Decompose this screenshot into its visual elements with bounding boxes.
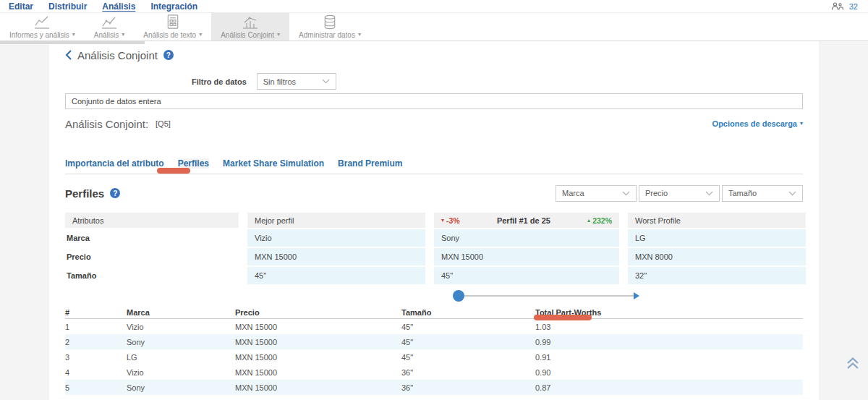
dataset-scope-bar[interactable]: Conjunto de datos entera xyxy=(65,93,803,109)
attribute-label: Marca xyxy=(65,229,239,247)
analysis-chart-icon xyxy=(100,14,119,30)
chevron-down-icon xyxy=(705,191,713,196)
help-icon[interactable]: ? xyxy=(110,188,120,198)
table-row[interactable]: 5SonyMXN 1500036"0.87 xyxy=(65,380,803,395)
toolbar-item-analisis-conjoint[interactable]: Análisis Conjoint ▾ xyxy=(211,13,289,41)
profiles-header-row: Perfiles ? Marca Precio Tamaño xyxy=(65,184,803,202)
tab-market-share-simulation[interactable]: Market Share Simulation xyxy=(223,158,324,169)
menu-item-analisis[interactable]: Análisis xyxy=(102,1,135,12)
toolbar-scrollbar-thumb[interactable] xyxy=(0,41,145,44)
worst-profile-column-header: Worst Profile xyxy=(628,213,806,228)
tab-importancia-del-atributo[interactable]: Importancia del atributo xyxy=(65,158,164,169)
current-profile-title: Perfil #1 de 25 xyxy=(497,216,550,225)
chevron-down-icon xyxy=(622,191,630,196)
attribute-filter-group: Marca Precio Tamaño xyxy=(556,185,803,202)
toolbar-item-label: Informes y análisis xyxy=(9,31,69,39)
dataset-scope-label: Conjunto de datos entera xyxy=(72,97,161,106)
triangle-up-icon: ▴ xyxy=(587,218,590,224)
table-row[interactable]: 6LGMXN 1500036"0.79 xyxy=(65,395,803,400)
best-profile-cell: MXN 15000 xyxy=(247,248,425,265)
caret-down-icon: ▾ xyxy=(277,32,280,38)
menu-item-distribuir[interactable]: Distribuir xyxy=(48,1,87,12)
menu-item-editar[interactable]: Editar xyxy=(9,1,33,12)
back-chevron-icon[interactable] xyxy=(65,50,72,60)
team-members-icon[interactable] xyxy=(831,2,844,10)
data-filter-select[interactable]: Sin filtros xyxy=(257,73,336,90)
caret-down-icon: ▾ xyxy=(72,32,75,38)
top-menu-bar: Editar Distribuir Análisis Integración 3… xyxy=(0,0,868,13)
annotation-perfiles-underline xyxy=(157,168,190,174)
conjoint-section-row: Análisis Conjoint: [Q5] Opciones de desc… xyxy=(65,115,803,132)
part-worths-table: # Marca Precio Tamaño Total Part-Worths … xyxy=(65,306,803,400)
tab-brand-premium[interactable]: Brand Premium xyxy=(338,158,402,169)
conjoint-section-title: Análisis Conjoint: xyxy=(65,118,148,130)
annotation-total-part-worths-underline xyxy=(534,315,592,320)
table-header-row: # Marca Precio Tamaño Total Part-Worths xyxy=(65,306,803,319)
text-analysis-icon xyxy=(165,14,181,30)
current-profile-column-header: ▾ -3% Perfil #1 de 25 ▴ 232% xyxy=(434,213,619,228)
best-profile-cell: 45" xyxy=(247,267,425,284)
table-row[interactable]: 4VizioMXN 1500036"0.90 xyxy=(65,365,803,380)
slider-handle[interactable] xyxy=(453,290,464,302)
toolbar-item-informes-y-analisis[interactable]: Informes y análisis ▾ xyxy=(0,13,85,41)
best-profile-column-header: Mejor perfil xyxy=(247,213,425,228)
caret-down-icon: ▾ xyxy=(199,32,202,38)
caret-down-icon: ▾ xyxy=(358,32,361,38)
tamano-filter-select[interactable]: Tamaño xyxy=(722,185,803,202)
col-header-marca: Marca xyxy=(127,308,235,317)
table-row[interactable]: 2SonyMXN 1500045"0.99 xyxy=(65,334,803,349)
caret-down-icon: ▾ xyxy=(800,121,803,127)
toolbar-item-administrar-datos[interactable]: Administrar datos ▾ xyxy=(289,13,370,41)
col-header-precio: Precio xyxy=(235,308,401,317)
toolbar-item-analisis-de-texto[interactable]: Análisis de texto ▾ xyxy=(134,13,211,41)
tab-perfiles[interactable]: Perfiles xyxy=(178,158,209,169)
reports-chart-icon xyxy=(33,14,51,30)
attribute-label: Precio xyxy=(65,248,239,265)
member-count[interactable]: 32 xyxy=(849,2,858,11)
slider-track[interactable] xyxy=(461,295,634,297)
worst-profile-cell: LG xyxy=(628,229,806,247)
toolbar-item-label: Administrar datos xyxy=(299,31,355,39)
question-code: [Q5] xyxy=(156,119,171,128)
toolbar-item-label: Análisis Conjoint xyxy=(221,31,274,39)
col-header-tamano: Tamaño xyxy=(401,308,535,317)
profile-slider xyxy=(65,290,803,302)
marca-filter-select[interactable]: Marca xyxy=(556,185,637,202)
current-profile-cell: 45" xyxy=(434,267,619,284)
current-profile-cell: Sony xyxy=(434,229,619,247)
attribute-label: Tamaño xyxy=(65,267,239,284)
chevron-down-icon xyxy=(788,191,796,196)
toolbar-item-label: Análisis xyxy=(94,31,119,39)
slider-next-arrow-icon[interactable] xyxy=(634,292,639,299)
page-header: Análisis Conjoint ? xyxy=(65,48,803,62)
attributes-column-header: Atributos xyxy=(65,213,239,228)
table-row[interactable]: 1VizioMXN 1500045"1.03 xyxy=(65,319,803,334)
toolbar-item-label: Análisis de texto xyxy=(143,31,196,39)
triangle-down-icon: ▾ xyxy=(441,218,444,224)
content-card: Análisis Conjoint ? Filtro de datos Sin … xyxy=(49,41,819,400)
help-icon[interactable]: ? xyxy=(163,50,174,60)
best-profile-cell: Vizio xyxy=(247,229,425,247)
precio-filter-select[interactable]: Precio xyxy=(639,185,720,202)
toolbar-item-analisis[interactable]: Análisis ▾ xyxy=(85,13,134,41)
menu-item-integracion[interactable]: Integración xyxy=(150,1,197,12)
data-filter-value: Sin filtros xyxy=(263,77,296,86)
page-title: Análisis Conjoint xyxy=(77,49,158,61)
top-menu-right: 32 xyxy=(831,2,858,11)
scroll-to-top-icon[interactable] xyxy=(846,357,859,370)
profiles-title: Perfiles xyxy=(65,187,104,200)
current-profile-cell: MXN 15000 xyxy=(434,248,619,265)
worst-profile-cell: MXN 8000 xyxy=(628,248,806,265)
profile-compare-table: Atributos Mejor perfil ▾ -3% Perfil #1 d… xyxy=(65,213,803,284)
download-options-link[interactable]: Opciones de descarga ▾ xyxy=(712,119,803,128)
profile-increase-badge: ▴ 232% xyxy=(587,216,612,225)
analysis-toolbar: Informes y análisis ▾ Análisis ▾ Análisi… xyxy=(0,13,868,41)
chevron-down-icon xyxy=(322,79,330,84)
data-filter-label: Filtro de datos xyxy=(192,77,247,86)
worst-profile-cell: 32" xyxy=(628,267,806,284)
profile-decrease-badge: ▾ -3% xyxy=(441,216,460,225)
caret-down-icon: ▾ xyxy=(122,32,124,38)
table-row[interactable]: 3LGMXN 1500045"0.91 xyxy=(65,349,803,365)
data-filter-row: Filtro de datos Sin filtros xyxy=(65,73,803,90)
col-header-num: # xyxy=(65,308,127,317)
